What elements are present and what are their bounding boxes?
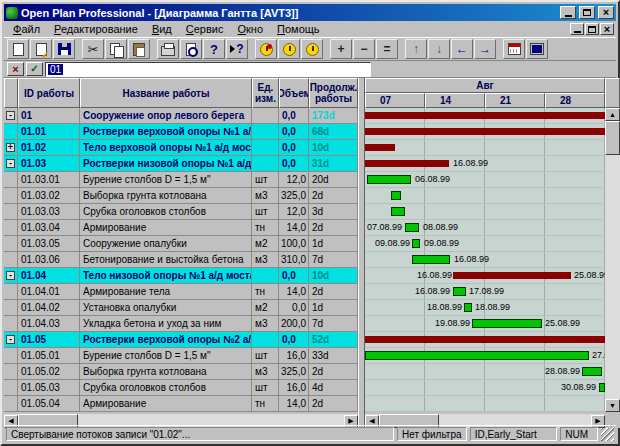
task-bar[interactable] xyxy=(391,191,401,200)
gantt-row[interactable]: 28.08.99 xyxy=(365,364,605,380)
row-unit[interactable]: тн xyxy=(252,220,279,235)
row-name[interactable]: Укладка бетона и уход за ним xyxy=(80,316,252,331)
summary-bar[interactable] xyxy=(365,160,449,167)
row-duration[interactable]: 68d xyxy=(309,124,358,139)
row-id[interactable]: 01.03.05 xyxy=(18,236,80,251)
table-row[interactable]: 01.03.06Бетонирование и выстойка бетонам… xyxy=(4,252,358,268)
gantt-row[interactable]: 18.08.9918.08.99 xyxy=(365,300,605,316)
row-id[interactable]: 01.04.01 xyxy=(18,284,80,299)
row-id[interactable]: 01.03.04 xyxy=(18,220,80,235)
row-volume[interactable]: 0,0 xyxy=(279,332,309,347)
row-name[interactable]: Срубка оголовков столбов xyxy=(80,204,252,219)
save-button[interactable] xyxy=(53,39,75,59)
gantt-row[interactable]: 19.08.9925.08.99 xyxy=(365,316,605,332)
move-up-button[interactable]: ↑ xyxy=(405,39,427,59)
row-name[interactable]: Сооружение опор левого берега xyxy=(80,108,252,123)
row-duration[interactable]: 10d xyxy=(309,140,358,155)
task-bar[interactable] xyxy=(365,351,589,360)
gantt-row[interactable]: 16.08.99 xyxy=(365,156,605,172)
row-volume[interactable]: 0,0 xyxy=(279,140,309,155)
expand-button[interactable]: + xyxy=(6,143,15,152)
table-row[interactable]: 01.03.03Срубка оголовков столбовшт12,03d xyxy=(4,204,358,220)
table-row[interactable]: -01Сооружение опор левого берега0,0173d xyxy=(4,108,358,124)
row-unit[interactable]: м2 xyxy=(252,236,279,251)
row-volume[interactable]: 0,0 xyxy=(279,124,309,139)
gantt-row[interactable]: 09.08.9909.08.99 xyxy=(365,236,605,252)
vertical-scrollbar[interactable]: ▲ ▼ xyxy=(605,108,620,412)
task-bar[interactable] xyxy=(412,255,450,264)
header-id[interactable]: ID работы xyxy=(18,78,80,108)
row-unit[interactable] xyxy=(252,156,279,171)
resource-analysis-button[interactable] xyxy=(278,39,300,59)
row-name[interactable]: Выборка грунта котлована xyxy=(80,188,252,203)
row-unit[interactable] xyxy=(252,108,279,123)
row-volume[interactable]: 16,0 xyxy=(279,380,309,395)
row-name[interactable]: Бурение столбов D = 1,5 м" xyxy=(80,172,252,187)
gantt-row[interactable] xyxy=(365,140,605,156)
summary-bar[interactable] xyxy=(365,144,395,151)
row-duration[interactable]: 173d xyxy=(309,108,358,123)
gantt-row[interactable]: 30.08.99 xyxy=(365,380,605,396)
table-row[interactable]: 01.04.01Армирование телатн14,02d xyxy=(4,284,358,300)
accept-edit-button[interactable]: ✓ xyxy=(26,62,43,76)
row-name[interactable]: Тело низовой опоры №1 а/д моста xyxy=(80,268,252,283)
row-id[interactable]: 01.05.02 xyxy=(18,364,80,379)
row-duration[interactable]: 4d xyxy=(309,380,358,395)
menu-help[interactable]: Помощь xyxy=(270,22,327,36)
copy-button[interactable] xyxy=(105,39,127,59)
row-id[interactable]: 01.04.02 xyxy=(18,300,80,315)
collapse-button[interactable]: - xyxy=(6,335,15,344)
table-row[interactable]: 01.03.05Сооружение опалубким2100,01d xyxy=(4,236,358,252)
gantt-row[interactable] xyxy=(365,188,605,204)
row-unit[interactable]: м2 xyxy=(252,300,279,315)
child-close-button[interactable]: × xyxy=(600,23,614,35)
row-volume[interactable]: 0,0 xyxy=(279,268,309,283)
row-unit[interactable] xyxy=(252,332,279,347)
collapse-button[interactable]: - xyxy=(6,111,15,120)
edit-field[interactable]: 01 xyxy=(45,62,371,77)
header-volume[interactable]: Объем xyxy=(279,78,309,108)
row-volume[interactable]: 100,0 xyxy=(279,236,309,251)
summary-bar[interactable] xyxy=(365,112,605,119)
row-id[interactable]: 01.03.06 xyxy=(18,252,80,267)
row-duration[interactable]: 52d xyxy=(309,332,358,347)
row-id[interactable]: 01.03 xyxy=(18,156,80,171)
row-unit[interactable] xyxy=(252,268,279,283)
scroll-down-button[interactable]: ▼ xyxy=(605,399,620,412)
row-duration[interactable]: 31d xyxy=(309,156,358,171)
row-name[interactable]: Ростверки низовой опоры №1 а/д м xyxy=(80,156,252,171)
task-bar[interactable] xyxy=(367,175,411,184)
cancel-edit-button[interactable]: × xyxy=(7,62,24,76)
maximize-button[interactable] xyxy=(579,6,595,19)
row-name[interactable]: Ростверки верховой опоры №2 а/д xyxy=(80,332,252,347)
row-id[interactable]: 01.02 xyxy=(18,140,80,155)
row-duration[interactable]: 2d xyxy=(309,188,358,203)
row-name[interactable]: Армирование xyxy=(80,396,252,411)
collapse-button[interactable]: - xyxy=(6,271,15,280)
print-button[interactable] xyxy=(157,39,179,59)
row-name[interactable]: Сооружение опалубки xyxy=(80,236,252,251)
table-row[interactable]: +01.02Тело верховой опоры №1 а/д моста0,… xyxy=(4,140,358,156)
row-duration[interactable]: 2d xyxy=(309,364,358,379)
summary-bar[interactable] xyxy=(365,128,605,135)
row-volume[interactable]: 200,0 xyxy=(279,316,309,331)
row-duration[interactable]: 3d xyxy=(309,204,358,219)
collapse-all-button[interactable]: − xyxy=(353,39,375,59)
row-id[interactable]: 01.03.02 xyxy=(18,188,80,203)
minimize-button[interactable] xyxy=(560,6,576,19)
scroll-up-button[interactable]: ▲ xyxy=(605,108,620,121)
task-bar[interactable] xyxy=(464,303,472,312)
row-duration[interactable]: 2d xyxy=(309,284,358,299)
menu-view[interactable]: Вид xyxy=(145,22,179,36)
table-row[interactable]: -01.03Ростверки низовой опоры №1 а/д м0,… xyxy=(4,156,358,172)
row-id[interactable]: 01.04 xyxy=(18,268,80,283)
row-unit[interactable]: м3 xyxy=(252,252,279,267)
row-name[interactable]: Установка опалубки xyxy=(80,300,252,315)
table-row[interactable]: 01.04.02Установка опалубким20,01d xyxy=(4,300,358,316)
gantt-row[interactable] xyxy=(365,108,605,124)
gantt-row[interactable] xyxy=(365,396,605,412)
table-row[interactable]: 01.03.01Бурение столбов D = 1,5 м"шт12,0… xyxy=(4,172,358,188)
vertical-scroll-thumb[interactable] xyxy=(605,121,620,155)
row-duration[interactable]: 33d xyxy=(309,348,358,363)
row-duration[interactable]: 2d xyxy=(309,220,358,235)
